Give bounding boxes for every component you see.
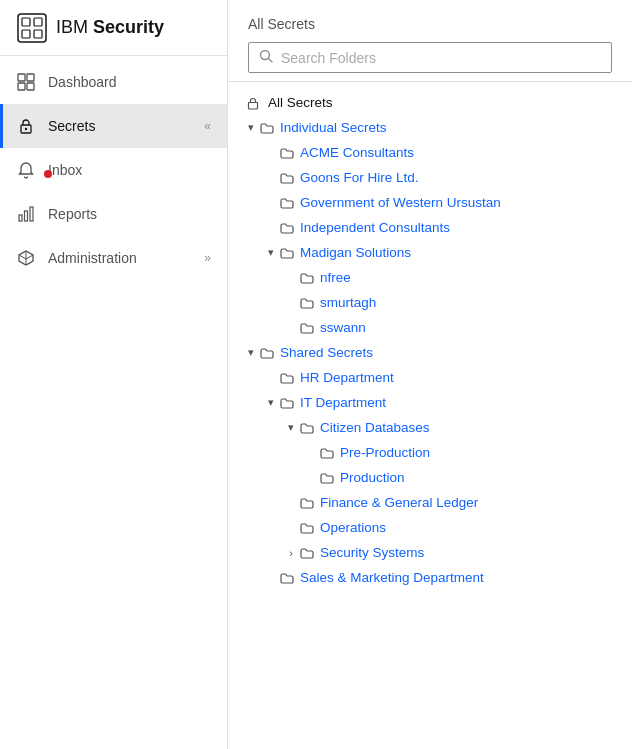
bell-icon xyxy=(16,160,36,180)
svg-rect-2 xyxy=(34,18,42,26)
tree-item-label-production: Production xyxy=(340,470,405,485)
folder-icon-security-systems xyxy=(298,546,316,560)
tree-toggle-shared-secrets: ▾ xyxy=(244,346,258,359)
tree-item-label-smurtagh: smurtagh xyxy=(320,295,376,310)
tree-item-label-security-systems: Security Systems xyxy=(320,545,424,560)
tree-item-acme-consultants[interactable]: ACME Consultants xyxy=(228,140,632,165)
folder-icon-citizen-databases xyxy=(298,421,316,435)
secrets-collapse-icon: « xyxy=(204,119,211,133)
svg-rect-13 xyxy=(30,207,33,221)
tree-item-madigan[interactable]: ▾ Madigan Solutions xyxy=(228,240,632,265)
folder-icon-individual-secrets xyxy=(258,121,276,135)
tree-item-nfree[interactable]: nfree xyxy=(228,265,632,290)
tree-toggle-madigan: ▾ xyxy=(264,246,278,259)
sidebar-item-administration[interactable]: Administration » xyxy=(0,236,227,280)
svg-point-10 xyxy=(25,128,27,130)
tree-toggle-security-systems: › xyxy=(284,547,298,559)
folder-icon-shared-secrets xyxy=(258,346,276,360)
sidebar-item-label-reports: Reports xyxy=(48,206,211,222)
folder-icon-hr-department xyxy=(278,371,296,385)
svg-rect-1 xyxy=(22,18,30,26)
sidebar-item-reports[interactable]: Reports xyxy=(0,192,227,236)
tree-item-goons-for-hire[interactable]: Goons For Hire Ltd. xyxy=(228,165,632,190)
tree-item-shared-secrets[interactable]: ▾ Shared Secrets xyxy=(228,340,632,365)
folder-icon-acme-consultants xyxy=(278,146,296,160)
tree-item-label-finance: Finance & General Ledger xyxy=(320,495,478,510)
tree-item-production[interactable]: Production xyxy=(228,465,632,490)
sidebar-item-secrets[interactable]: Secrets « xyxy=(0,104,227,148)
tree-item-label-independent: Independent Consultants xyxy=(300,220,450,235)
tree-item-it-department[interactable]: ▾ IT Department xyxy=(228,390,632,415)
svg-rect-15 xyxy=(249,102,258,109)
search-box[interactable] xyxy=(248,42,612,73)
tree-item-label-it-department: IT Department xyxy=(300,395,386,410)
sidebar-item-label-inbox: Inbox xyxy=(48,162,211,178)
tree-toggle-individual-secrets: ▾ xyxy=(244,121,258,134)
chart-icon xyxy=(16,204,36,224)
folder-icon-finance xyxy=(298,496,316,510)
tree-item-smurtagh[interactable]: smurtagh xyxy=(228,290,632,315)
tree-item-label-all-secrets: All Secrets xyxy=(268,95,333,110)
tree-item-citizen-databases[interactable]: ▾ Citizen Databases xyxy=(228,415,632,440)
sidebar-item-label-dashboard: Dashboard xyxy=(48,74,211,90)
tree-item-independent[interactable]: Independent Consultants xyxy=(228,215,632,240)
tree-item-label-citizen-databases: Citizen Databases xyxy=(320,420,430,435)
svg-rect-12 xyxy=(25,211,28,221)
sidebar-nav: Dashboard Secrets « In xyxy=(0,56,227,280)
app-logo: IBM Security xyxy=(16,12,164,44)
tree-item-individual-secrets[interactable]: ▾ Individual Secrets xyxy=(228,115,632,140)
folder-icon-smurtagh xyxy=(298,296,316,310)
dashboard-icon xyxy=(16,72,36,92)
tree-item-label-pre-production: Pre-Production xyxy=(340,445,430,460)
folder-icon-independent xyxy=(278,221,296,235)
tree-item-hr-department[interactable]: HR Department xyxy=(228,365,632,390)
svg-rect-7 xyxy=(18,83,25,90)
tree-item-pre-production[interactable]: Pre-Production xyxy=(228,440,632,465)
tree-item-label-sswann: sswann xyxy=(320,320,366,335)
lock-small-icon xyxy=(244,96,262,110)
svg-rect-4 xyxy=(34,30,42,38)
lock-icon xyxy=(16,116,36,136)
svg-rect-3 xyxy=(22,30,30,38)
tree-item-label-goons-for-hire: Goons For Hire Ltd. xyxy=(300,170,419,185)
tree-item-all-secrets[interactable]: All Secrets xyxy=(228,90,632,115)
tree-item-government[interactable]: Government of Western Ursustan xyxy=(228,190,632,215)
app-title: IBM Security xyxy=(56,17,164,38)
tree-item-label-individual-secrets: Individual Secrets xyxy=(280,120,387,135)
tree-item-security-systems[interactable]: › Security Systems xyxy=(228,540,632,565)
svg-rect-8 xyxy=(27,83,34,90)
folder-icon-goons-for-hire xyxy=(278,171,296,185)
sidebar-item-dashboard[interactable]: Dashboard xyxy=(0,60,227,104)
sidebar-item-label-secrets: Secrets xyxy=(48,118,192,134)
cube-icon xyxy=(16,248,36,268)
sidebar-item-label-administration: Administration xyxy=(48,250,192,266)
tree-toggle-it-department: ▾ xyxy=(264,396,278,409)
folder-icon-sales-marketing xyxy=(278,571,296,585)
folder-icon-government xyxy=(278,196,296,210)
ibm-security-logo-icon xyxy=(16,12,48,44)
sidebar-item-inbox[interactable]: Inbox xyxy=(0,148,227,192)
tree-item-sales-marketing[interactable]: Sales & Marketing Department xyxy=(228,565,632,590)
tree-item-label-acme-consultants: ACME Consultants xyxy=(300,145,414,160)
main-header: All Secrets xyxy=(228,0,632,82)
tree-item-sswann[interactable]: sswann xyxy=(228,315,632,340)
tree-item-label-sales-marketing: Sales & Marketing Department xyxy=(300,570,484,585)
sidebar: IBM Security Dashboard xyxy=(0,0,228,749)
search-input[interactable] xyxy=(281,50,601,66)
folder-icon-production xyxy=(318,471,336,485)
breadcrumb: All Secrets xyxy=(248,16,612,32)
tree-toggle-citizen-databases: ▾ xyxy=(284,421,298,434)
tree-item-finance[interactable]: Finance & General Ledger xyxy=(228,490,632,515)
folder-icon-it-department xyxy=(278,396,296,410)
tree-item-operations[interactable]: Operations xyxy=(228,515,632,540)
folder-icon-operations xyxy=(298,521,316,535)
tree-item-label-shared-secrets: Shared Secrets xyxy=(280,345,373,360)
folder-icon-madigan xyxy=(278,246,296,260)
main-content: All Secrets All Secrets ▾ xyxy=(228,0,632,749)
tree-item-label-hr-department: HR Department xyxy=(300,370,394,385)
inbox-badge xyxy=(44,170,52,178)
svg-rect-6 xyxy=(27,74,34,81)
administration-expand-icon: » xyxy=(204,251,211,265)
svg-rect-5 xyxy=(18,74,25,81)
tree-item-label-madigan: Madigan Solutions xyxy=(300,245,411,260)
